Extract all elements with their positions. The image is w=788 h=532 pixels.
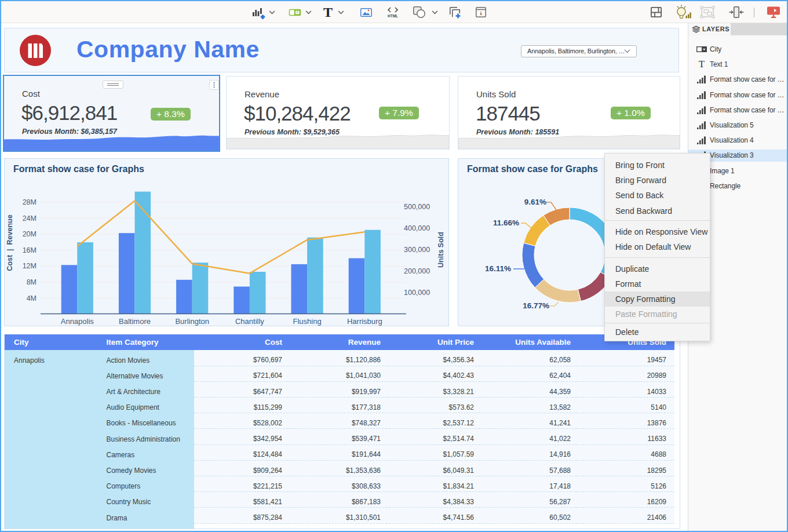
svg-text:9.61%: 9.61% xyxy=(524,198,546,206)
svg-text:Cost | Revenue: Cost | Revenue xyxy=(6,214,14,271)
svg-text:500,000: 500,000 xyxy=(404,203,430,211)
svg-text:100,000: 100,000 xyxy=(404,289,430,297)
svg-text:16M: 16M xyxy=(23,246,37,254)
svg-text:11.66%: 11.66% xyxy=(493,218,519,227)
svg-text:HTML: HTML xyxy=(388,14,398,18)
svg-text:12M: 12M xyxy=(23,262,37,270)
svg-text:24M: 24M xyxy=(23,214,37,223)
svg-text:Harrisburg: Harrisburg xyxy=(347,317,382,326)
svg-text:Burlington: Burlington xyxy=(175,317,209,326)
svg-text:i: i xyxy=(480,10,482,16)
svg-text:Chantilly: Chantilly xyxy=(235,317,264,326)
svg-text:Annapolis: Annapolis xyxy=(61,317,94,326)
svg-text:16.77%: 16.77% xyxy=(523,301,549,310)
svg-text:Baltimore: Baltimore xyxy=(119,317,151,326)
svg-text:400,000: 400,000 xyxy=(404,224,430,232)
svg-text:4M: 4M xyxy=(27,294,37,303)
svg-text:28M: 28M xyxy=(23,198,37,206)
svg-text:Flushing: Flushing xyxy=(293,317,322,326)
svg-text:16.11%: 16.11% xyxy=(485,264,511,273)
svg-text:20M: 20M xyxy=(23,230,37,238)
svg-text:300,000: 300,000 xyxy=(404,246,430,254)
svg-text:8M: 8M xyxy=(27,278,37,286)
svg-text:Units Sold: Units Sold xyxy=(437,232,445,268)
svg-text:200,000: 200,000 xyxy=(404,267,430,275)
